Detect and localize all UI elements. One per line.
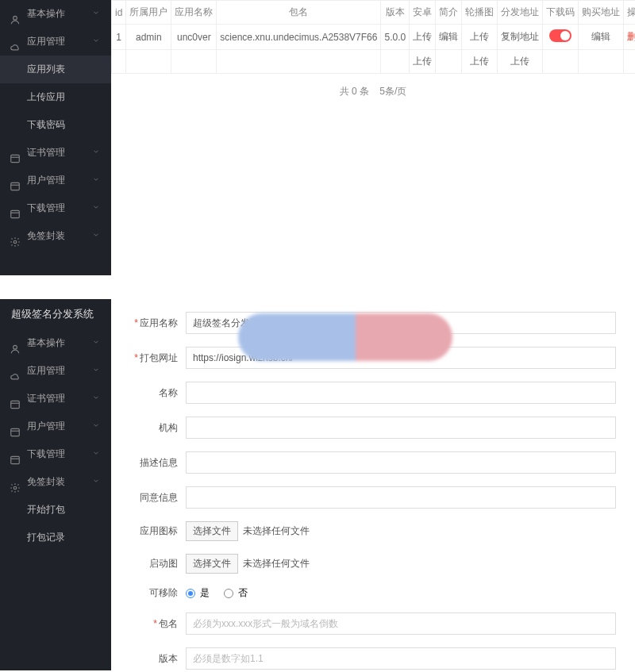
- chevron-down-icon: [92, 222, 100, 250]
- file-btn-splash[interactable]: 选择文件: [186, 554, 238, 574]
- sidebar-item-下载管理[interactable]: 下载管理: [0, 440, 111, 468]
- label-pkg: 包名: [130, 617, 186, 631]
- col-header: 所属用户: [126, 1, 171, 25]
- content-top: id所属用户应用名称包名版本安卓简介轮播图分发地址下载码购买地址操作 1admi…: [111, 0, 635, 275]
- sidebar-item-下载密码[interactable]: 下载密码: [0, 111, 111, 139]
- chevron-down-icon: [92, 468, 100, 496]
- obscuring-blob: [238, 313, 452, 361]
- sidebar-item-证书管理[interactable]: 证书管理: [0, 139, 111, 167]
- pager-size: 5条/页: [379, 86, 406, 97]
- col-header: 操作: [624, 1, 635, 25]
- cell: [624, 50, 635, 74]
- sidebar-item-下载管理[interactable]: 下载管理: [0, 194, 111, 222]
- cloud-icon: [10, 366, 21, 377]
- delete-link[interactable]: 删除: [624, 25, 635, 50]
- cell-app: unc0ver: [171, 25, 217, 50]
- cell: [543, 50, 579, 74]
- chevron-down-icon: [92, 0, 100, 28]
- chevron-down-icon: [92, 194, 100, 222]
- sidebar-item-基本操作[interactable]: 基本操作: [0, 0, 111, 28]
- list-icon: [10, 203, 21, 214]
- sidebar-item-打包记录[interactable]: 打包记录: [0, 524, 111, 551]
- sidebar-item-应用列表[interactable]: 应用列表: [0, 56, 111, 83]
- sidebar-item-开始打包[interactable]: 开始打包: [0, 496, 111, 524]
- svg-rect-1: [11, 155, 20, 162]
- chevron-down-icon: [92, 385, 100, 413]
- cell-pkg: science.xnu.undecimus.A2538V7F66: [217, 25, 381, 50]
- input-pkg[interactable]: [186, 612, 616, 635]
- list-icon: [10, 175, 21, 186]
- chevron-down-icon: [92, 329, 100, 357]
- sidebar-item-label: 免签封装: [27, 468, 65, 496]
- sidebar-item-label: 下载管理: [27, 194, 65, 222]
- label-ver: 版本: [130, 652, 186, 666]
- cell: [217, 50, 381, 74]
- sidebar-item-免签封装[interactable]: 免签封装: [0, 222, 111, 250]
- cell-user: admin: [126, 25, 171, 50]
- sidebar-item-label: 下载密码: [27, 111, 65, 139]
- sidebar-item-免签封装[interactable]: 免签封装: [0, 468, 111, 496]
- sidebar-item-基本操作[interactable]: 基本操作: [0, 329, 111, 357]
- list-icon: [10, 449, 21, 460]
- col-header: 包名: [217, 1, 381, 25]
- label-remove: 可移除: [130, 586, 186, 600]
- col-header: 下载码: [543, 1, 579, 25]
- svg-point-4: [13, 240, 17, 244]
- gear-icon: [10, 231, 21, 242]
- sidebar-item-label: 应用管理: [27, 357, 65, 385]
- sidebar-item-label: 证书管理: [27, 385, 65, 413]
- sidebar-item-label: 基本操作: [27, 0, 65, 28]
- edit-link[interactable]: 编辑: [436, 25, 462, 50]
- label-icon: 应用图标: [130, 524, 186, 538]
- sidebar-item-label: 证书管理: [27, 139, 65, 167]
- svg-rect-7: [11, 428, 20, 436]
- label-splash: 启动图: [130, 557, 186, 570]
- input-org[interactable]: [186, 417, 616, 439]
- chevron-down-icon: [92, 440, 100, 468]
- input-ver[interactable]: [186, 647, 616, 670]
- switch-cell[interactable]: [543, 25, 579, 50]
- user-icon: [10, 9, 21, 20]
- svg-rect-2: [11, 182, 20, 190]
- label-org: 机构: [130, 421, 186, 435]
- pager-total: 共 0 条: [340, 86, 369, 97]
- list-icon: [10, 421, 21, 432]
- cell-ver: 5.0.0: [381, 25, 410, 50]
- chevron-down-icon: [92, 28, 100, 56]
- sidebar-item-应用管理[interactable]: 应用管理: [0, 28, 111, 56]
- radio-yes[interactable]: 是: [186, 586, 210, 600]
- col-header: 轮播图: [462, 1, 498, 25]
- sidebar-item-证书管理[interactable]: 证书管理: [0, 385, 111, 413]
- sidebar-bottom: 超级签名分发系统 基本操作应用管理证书管理用户管理下载管理免签封装开始打包打包记…: [0, 299, 111, 670]
- sidebar-item-用户管理[interactable]: 用户管理: [0, 413, 111, 440]
- table-row: 上传上传上传: [112, 50, 636, 74]
- sidebar-item-用户管理[interactable]: 用户管理: [0, 167, 111, 194]
- upload-link[interactable]: 上传: [410, 25, 436, 50]
- upload-link[interactable]: 上传: [498, 50, 543, 74]
- label-name: 名称: [130, 386, 186, 400]
- input-desc[interactable]: [186, 451, 616, 474]
- cell-id: 1: [112, 25, 126, 50]
- radio-no[interactable]: 否: [224, 586, 248, 600]
- edit-link[interactable]: 编辑: [579, 25, 624, 50]
- upload-link[interactable]: 上传: [462, 50, 498, 74]
- svg-rect-3: [11, 210, 20, 217]
- label-agree: 同意信息: [130, 491, 186, 505]
- user-icon: [10, 338, 21, 349]
- copy-link[interactable]: 复制地址: [498, 25, 543, 50]
- file-btn-icon[interactable]: 选择文件: [186, 521, 238, 541]
- input-agree[interactable]: [186, 486, 616, 509]
- sidebar-item-上传应用[interactable]: 上传应用: [0, 83, 111, 111]
- svg-rect-8: [11, 456, 20, 463]
- sidebar-item-应用管理[interactable]: 应用管理: [0, 357, 111, 385]
- cell: [126, 50, 171, 74]
- chevron-down-icon: [92, 357, 100, 385]
- upload-link[interactable]: 上传: [410, 50, 436, 74]
- download-switch[interactable]: [549, 29, 572, 42]
- input-name[interactable]: [186, 382, 616, 404]
- upload-link[interactable]: 上传: [462, 25, 498, 50]
- sidebar-item-label: 应用管理: [27, 28, 65, 56]
- list-icon: [10, 148, 21, 159]
- chevron-down-icon: [92, 167, 100, 194]
- sidebar-item-label: 上传应用: [27, 83, 65, 111]
